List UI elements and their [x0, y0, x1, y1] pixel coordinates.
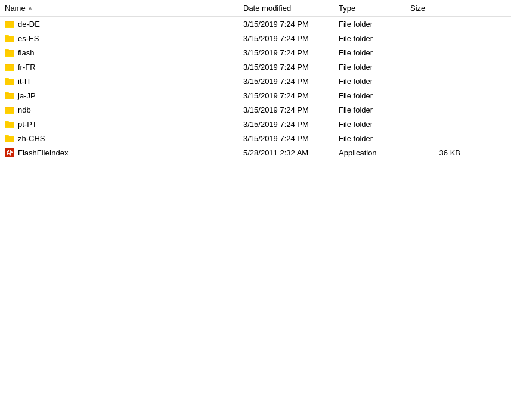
- column-date-header[interactable]: Date modified: [239, 2, 334, 14]
- folder-icon: [5, 91, 14, 100]
- file-date-cell: 3/15/2019 7:24 PM: [239, 133, 334, 144]
- file-size-cell: 36 KB: [405, 147, 465, 158]
- file-name-text: ja-JP: [18, 91, 36, 100]
- table-row[interactable]: de-DE3/15/2019 7:24 PMFile folder: [0, 17, 511, 31]
- file-name-cell: fr-FR: [0, 61, 239, 73]
- application-icon: f: [5, 148, 14, 157]
- file-list: de-DE3/15/2019 7:24 PMFile folder es-ES3…: [0, 17, 511, 420]
- file-size-cell: [405, 137, 465, 139]
- file-name-text: FlashFileIndex: [18, 148, 69, 157]
- file-date-cell: 3/15/2019 7:24 PM: [239, 33, 334, 44]
- svg-rect-35: [5, 136, 14, 142]
- column-name-header[interactable]: Name ∧: [0, 2, 239, 14]
- file-date-cell: 3/15/2019 7:24 PM: [239, 47, 334, 58]
- file-size-cell: [405, 108, 465, 111]
- svg-rect-7: [5, 36, 14, 42]
- column-name-label: Name: [5, 4, 26, 13]
- file-type-cell: File folder: [334, 90, 405, 101]
- file-date-cell: 3/15/2019 7:24 PM: [239, 76, 334, 87]
- file-size-cell: [405, 66, 465, 68]
- table-row[interactable]: it-IT3/15/2019 7:24 PMFile folder: [0, 74, 511, 88]
- file-type-cell: File folder: [334, 61, 405, 73]
- file-name-cell: it-IT: [0, 75, 239, 87]
- file-date-cell: 3/15/2019 7:24 PM: [239, 61, 334, 73]
- folder-icon: [5, 119, 14, 129]
- table-row[interactable]: zh-CHS3/15/2019 7:24 PMFile folder: [0, 131, 511, 145]
- file-size-cell: [405, 80, 465, 82]
- file-name-cell: de-DE: [0, 18, 239, 30]
- file-name-text: pt-PT: [18, 120, 37, 129]
- file-name-text: ndb: [18, 105, 31, 114]
- file-name-text: zh-CHS: [18, 134, 45, 143]
- column-type-label: Type: [339, 4, 355, 13]
- folder-icon: [5, 105, 14, 114]
- column-headers: Name ∧ Date modified Type Size: [0, 0, 511, 17]
- file-type-cell: File folder: [334, 18, 405, 30]
- file-type-cell: File folder: [334, 47, 405, 58]
- svg-rect-31: [5, 122, 14, 127]
- file-date-cell: 3/15/2019 7:24 PM: [239, 104, 334, 116]
- file-date-cell: 3/15/2019 7:24 PM: [239, 90, 334, 101]
- svg-rect-11: [5, 51, 14, 56]
- file-name-cell: f FlashFileIndex: [0, 147, 239, 158]
- table-row[interactable]: flash3/15/2019 7:24 PMFile folder: [0, 45, 511, 60]
- file-date-cell: 3/15/2019 7:24 PM: [239, 119, 334, 130]
- table-row[interactable]: ja-JP3/15/2019 7:24 PMFile folder: [0, 88, 511, 102]
- file-size-cell: [405, 51, 465, 54]
- file-explorer: Name ∧ Date modified Type Size de-DE3/15…: [0, 0, 511, 420]
- file-size-cell: [405, 123, 465, 125]
- sort-arrow-icon: ∧: [28, 5, 32, 11]
- file-type-cell: File folder: [334, 104, 405, 116]
- file-type-cell: File folder: [334, 119, 405, 130]
- file-name-cell: ndb: [0, 104, 239, 116]
- table-row[interactable]: fr-FR3/15/2019 7:24 PMFile folder: [0, 60, 511, 74]
- file-size-cell: [405, 37, 465, 39]
- file-type-cell: File folder: [334, 133, 405, 144]
- file-size-cell: [405, 23, 465, 25]
- file-date-cell: 3/15/2019 7:24 PM: [239, 18, 334, 30]
- svg-rect-23: [5, 94, 14, 99]
- folder-icon: [5, 48, 14, 57]
- file-name-cell: flash: [0, 46, 239, 58]
- folder-icon: [5, 133, 14, 143]
- file-type-cell: File folder: [334, 33, 405, 44]
- svg-rect-3: [5, 22, 14, 27]
- table-row[interactable]: es-ES3/15/2019 7:24 PMFile folder: [0, 31, 511, 45]
- folder-icon: [5, 33, 14, 43]
- table-row[interactable]: pt-PT3/15/2019 7:24 PMFile folder: [0, 117, 511, 131]
- file-name-text: de-DE: [18, 20, 40, 29]
- column-size-label: Size: [410, 4, 425, 13]
- column-size-header[interactable]: Size: [405, 2, 465, 14]
- folder-icon: [5, 19, 14, 29]
- file-name-cell: es-ES: [0, 32, 239, 44]
- svg-rect-27: [5, 108, 14, 113]
- table-row[interactable]: ndb3/15/2019 7:24 PMFile folder: [0, 102, 511, 117]
- file-name-cell: zh-CHS: [0, 132, 239, 144]
- file-name-cell: pt-PT: [0, 118, 239, 130]
- file-type-cell: Application: [334, 147, 405, 158]
- file-name-text: es-ES: [18, 34, 39, 43]
- folder-icon: [5, 62, 14, 71]
- svg-rect-19: [5, 79, 14, 85]
- file-name-text: it-IT: [18, 77, 31, 86]
- svg-rect-15: [5, 65, 14, 70]
- column-type-header[interactable]: Type: [334, 2, 405, 14]
- file-date-cell: 5/28/2011 2:32 AM: [239, 147, 334, 158]
- file-name-text: flash: [18, 48, 34, 57]
- file-type-cell: File folder: [334, 76, 405, 87]
- file-name-cell: ja-JP: [0, 89, 239, 101]
- file-name-text: fr-FR: [18, 63, 36, 71]
- table-row[interactable]: f FlashFileIndex5/28/2011 2:32 AMApplica…: [0, 145, 511, 160]
- folder-icon: [5, 76, 14, 86]
- file-size-cell: [405, 94, 465, 97]
- column-date-label: Date modified: [243, 4, 291, 13]
